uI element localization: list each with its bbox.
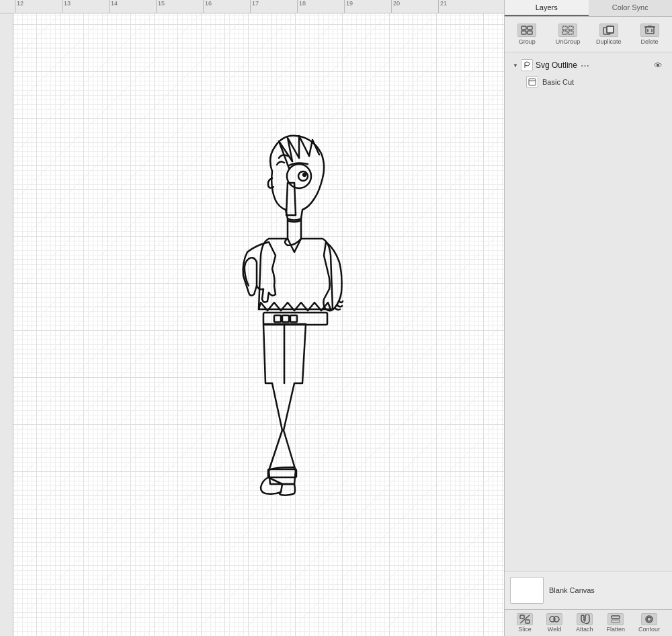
blank-canvas-section[interactable]: Blank Canvas — [505, 571, 672, 609]
svg-rect-15 — [528, 31, 532, 34]
delete-button[interactable]: Delete — [630, 21, 669, 48]
layer-group-svg-outline: ▼ Svg Outline ⋯ 👁 — [505, 55, 672, 91]
layer-thumbnail — [521, 59, 533, 71]
blank-canvas-label: Blank Canvas — [549, 586, 595, 594]
layer-item-basic-cut[interactable]: Basic Cut — [510, 74, 667, 90]
ruler-mark: 20 — [391, 0, 400, 13]
svg-rect-17 — [569, 26, 573, 30]
canvas-surface[interactable] — [13, 13, 504, 636]
svg-point-6 — [303, 173, 306, 176]
svg-rect-12 — [521, 26, 526, 30]
svg-rect-8 — [274, 315, 281, 322]
ruler-mark: 15 — [156, 0, 165, 13]
svg-rect-14 — [521, 31, 526, 34]
flatten-button[interactable]: Flatten — [602, 612, 629, 634]
svg-point-38 — [647, 617, 651, 621]
svg-rect-10 — [290, 315, 297, 322]
ruler-mark: 21 — [438, 0, 447, 13]
duplicate-button[interactable]: Duplicate — [589, 21, 629, 48]
layer-group-label: Svg Outline — [536, 61, 577, 70]
svg-rect-21 — [607, 26, 614, 33]
attach-icon — [577, 613, 593, 625]
slice-button[interactable]: Slice — [513, 612, 537, 634]
right-panel: Layers Color Sync Group — [504, 0, 672, 636]
ruler-mark: 13 — [62, 0, 71, 13]
svg-rect-36 — [612, 620, 620, 623]
group-button[interactable]: Group — [507, 21, 547, 48]
svg-rect-18 — [562, 31, 567, 34]
attach-button[interactable]: Attach — [572, 612, 597, 634]
svg-line-30 — [520, 615, 530, 623]
layer-item-label: Basic Cut — [542, 78, 574, 86]
ruler-mark: 16 — [203, 0, 212, 13]
ruler-vertical — [0, 13, 13, 636]
svg-point-34 — [554, 617, 559, 622]
layer-item-thumbnail — [526, 76, 538, 88]
slice-icon — [517, 613, 533, 625]
layer-visibility-icon[interactable]: 👁 — [652, 59, 664, 71]
svg-rect-9 — [282, 315, 289, 322]
ruler-mark: 12 — [15, 0, 24, 13]
svg-rect-16 — [562, 26, 567, 30]
svg-rect-28 — [529, 79, 536, 85]
blank-canvas-thumbnail — [510, 577, 544, 604]
ruler-mark: 17 — [250, 0, 259, 13]
ruler-mark: 18 — [297, 0, 306, 13]
flatten-icon — [607, 613, 624, 625]
layer-options-icon[interactable]: ⋯ — [580, 60, 591, 71]
ruler-mark: 14 — [109, 0, 118, 13]
ungroup-icon — [558, 24, 577, 37]
svg-rect-23 — [646, 27, 654, 34]
group-icon — [517, 24, 536, 37]
ungroup-button[interactable]: UnGroup — [548, 21, 588, 48]
svg-rect-11 — [268, 469, 296, 477]
svg-rect-19 — [569, 31, 573, 34]
delete-icon — [640, 24, 659, 37]
ruler-horizontal: 12 13 14 15 16 17 18 19 20 21 — [0, 0, 504, 13]
duplicate-icon — [599, 24, 618, 37]
svg-rect-7 — [263, 313, 327, 325]
weld-button[interactable]: Weld — [542, 612, 566, 634]
layer-list: ▼ Svg Outline ⋯ 👁 — [505, 52, 672, 571]
tab-color-sync[interactable]: Color Sync — [589, 0, 673, 16]
tab-layers[interactable]: Layers — [505, 0, 589, 16]
contour-button[interactable]: Contour — [634, 612, 664, 634]
expand-triangle-icon: ▼ — [513, 63, 518, 69]
svg-rect-35 — [612, 616, 620, 619]
svg-rect-32 — [526, 620, 530, 623]
character-image — [215, 128, 430, 558]
panel-tab-bar: Layers Color Sync — [505, 0, 672, 17]
layer-group-header[interactable]: ▼ Svg Outline ⋯ 👁 — [510, 56, 667, 74]
ruler-mark: 19 — [344, 0, 353, 13]
bottom-toolbar: Slice Weld Attach — [505, 609, 672, 636]
svg-rect-13 — [528, 26, 532, 30]
svg-rect-31 — [520, 615, 524, 619]
panel-actions: Group UnGroup — [505, 17, 672, 52]
weld-icon — [546, 613, 562, 625]
contour-icon — [641, 613, 657, 625]
